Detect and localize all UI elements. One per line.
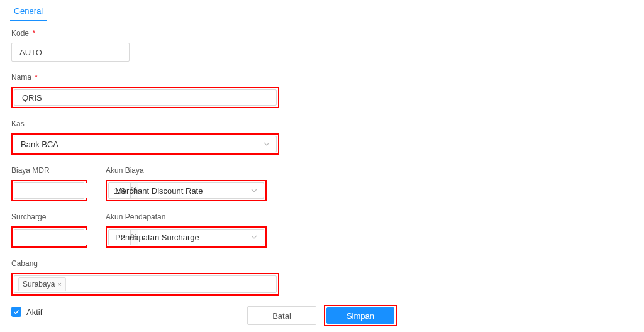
nama-input-wrap[interactable] [14, 89, 277, 106]
label-nama-text: Nama [11, 73, 31, 82]
cancel-button[interactable]: Batal [247, 306, 316, 325]
cabang-select[interactable]: Surabaya × [14, 275, 277, 293]
label-surcharge: Surcharge [11, 213, 87, 221]
chevron-down-icon [251, 187, 257, 194]
biaya-mdr-input-wrap[interactable]: % [14, 182, 84, 199]
chevron-down-icon [251, 234, 257, 240]
label-biaya-mdr: Biaya MDR [11, 166, 87, 175]
cabang-tag[interactable]: Surabaya × [18, 277, 66, 291]
chevron-down-icon [264, 141, 270, 147]
close-icon[interactable]: × [57, 280, 61, 288]
required-marker: * [32, 29, 35, 38]
label-nama: Nama * [11, 73, 279, 82]
label-kode-text: Kode [11, 29, 29, 38]
required-marker: * [35, 73, 38, 82]
nama-input[interactable] [21, 90, 270, 105]
form: Kode * Nama * Kas [0, 21, 644, 317]
footer: Batal Simpan [0, 299, 644, 332]
kas-select[interactable]: Bank BCA [14, 136, 277, 152]
surcharge-input-wrap[interactable]: % [14, 229, 84, 245]
label-kode: Kode * [11, 29, 130, 38]
label-cabang: Cabang [11, 259, 279, 268]
akun-pendapatan-select[interactable]: Pendapatan Surcharge [108, 229, 264, 245]
tab-general[interactable]: General [11, 0, 45, 21]
label-akun-pendapatan: Akun Pendapatan [106, 213, 267, 221]
simpan-highlight: Simpan [324, 305, 397, 326]
cabang-tag-label: Surabaya [23, 280, 55, 289]
label-akun-biaya: Akun Biaya [106, 166, 267, 175]
save-button[interactable]: Simpan [326, 307, 394, 324]
akun-pendapatan-selected-value: Pendapatan Surcharge [115, 233, 199, 242]
akun-biaya-select[interactable]: Merchant Discount Rate [108, 182, 264, 199]
kode-input[interactable] [18, 43, 123, 61]
label-kas: Kas [11, 119, 279, 128]
akun-biaya-selected-value: Merchant Discount Rate [115, 186, 203, 196]
tabs: General [11, 0, 633, 21]
kas-selected-value: Bank BCA [21, 140, 58, 149]
kode-input-wrap[interactable] [11, 43, 130, 62]
